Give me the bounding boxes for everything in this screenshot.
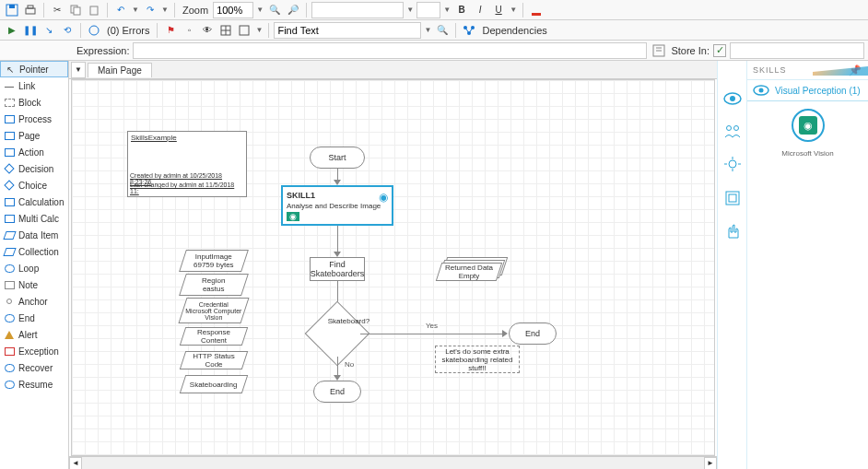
tool-palette: ↖Pointer —Link Block Process Page Action…	[0, 61, 69, 469]
palette-decision[interactable]: Decision	[0, 160, 68, 177]
zoom-in-icon[interactable]: 🔎	[285, 2, 301, 18]
store-in-input[interactable]	[730, 42, 864, 59]
process-icon	[4, 113, 15, 124]
svg-rect-2	[26, 8, 35, 14]
grid-icon[interactable]	[217, 22, 234, 39]
hand-icon[interactable]	[722, 221, 743, 241]
layout-dropdown-icon[interactable]: ▼	[254, 22, 264, 39]
save-icon[interactable]	[4, 2, 20, 18]
step-icon[interactable]: ↘	[41, 22, 57, 39]
svg-point-25	[729, 160, 736, 168]
svg-rect-31	[729, 194, 736, 202]
info-note[interactable]: SkillsExample Created by admin at 10/25/…	[127, 131, 247, 197]
pause-icon[interactable]: ❚❚	[22, 22, 39, 39]
palette-note[interactable]: Note	[0, 276, 68, 293]
visual-perception-row[interactable]: Visual Perception (1)	[747, 79, 868, 101]
decision-stage[interactable]: Skateboard?	[314, 311, 360, 357]
tab-dropdown-icon[interactable]: ▼	[71, 62, 86, 78]
people-icon[interactable]	[722, 122, 743, 142]
print-icon[interactable]	[22, 2, 39, 18]
structure-icon[interactable]	[722, 188, 743, 208]
data-response[interactable]: Response Content	[182, 327, 245, 346]
undo-icon[interactable]: ↶	[112, 2, 129, 18]
paste-icon[interactable]	[86, 2, 102, 18]
data-credential[interactable]: CredentialMicrosoft Computer Vision	[182, 298, 245, 323]
fontsize-dropdown-icon[interactable]: ▼	[442, 2, 452, 18]
end-stage-no[interactable]: End	[313, 381, 361, 403]
zoom-input[interactable]	[213, 2, 253, 18]
palette-alert[interactable]: Alert	[0, 326, 68, 343]
calculation-icon	[4, 196, 15, 207]
palette-block[interactable]: Block	[0, 94, 68, 111]
font-color-icon[interactable]	[528, 2, 545, 18]
font-size-select[interactable]	[416, 2, 440, 18]
palette-collection[interactable]: Collection	[0, 243, 68, 260]
palette-action[interactable]: Action	[0, 144, 68, 160]
data-http[interactable]: HTTP Status Code	[182, 351, 245, 369]
italic-button[interactable]: I	[472, 2, 488, 18]
expression-input[interactable]	[133, 42, 647, 59]
note-changed: Last changed by admin at 11/5/2018 11:	[130, 182, 244, 194]
palette-link[interactable]: —Link	[0, 77, 68, 94]
zoom-dropdown-icon[interactable]: ▼	[255, 2, 264, 18]
play-icon[interactable]: ▶	[4, 22, 20, 39]
watch-icon[interactable]: 👁	[199, 22, 216, 39]
bold-button[interactable]: B	[453, 2, 470, 18]
font-select[interactable]	[311, 2, 404, 18]
palette-end[interactable]: End	[0, 310, 68, 326]
find-icon[interactable]: 🔍	[434, 22, 451, 39]
palette-pointer[interactable]: ↖Pointer	[0, 61, 68, 77]
skill-stage[interactable]: SKILL1 Analyse and Describe Image ◉ ◉	[281, 185, 393, 226]
horizontal-scrollbar[interactable]: ◄ ►	[69, 456, 717, 469]
tab-main-page[interactable]: Main Page	[88, 63, 152, 77]
palette-loop[interactable]: Loop	[0, 260, 68, 276]
dependencies-button[interactable]: Dependencies	[479, 25, 549, 36]
expression-builder-icon[interactable]	[651, 42, 667, 59]
breakpoint-icon[interactable]: ◦	[181, 22, 197, 39]
skill-tile-msvision[interactable]: ◉	[792, 109, 825, 142]
palette-recover[interactable]: Recover	[0, 359, 68, 376]
skill-vendor-icon: ◉	[287, 212, 299, 221]
palette-page[interactable]: Page	[0, 127, 68, 144]
reset-icon[interactable]: ⟲	[59, 22, 76, 39]
palette-process[interactable]: Process	[0, 111, 68, 127]
scroll-left-icon[interactable]: ◄	[69, 457, 82, 470]
perception-icon[interactable]	[722, 88, 743, 109]
find-stage[interactable]: Find Skateboarders	[310, 257, 365, 281]
find-dropdown-icon[interactable]: ▼	[423, 22, 432, 39]
redo-dropdown-icon[interactable]: ▼	[160, 2, 170, 18]
find-text-input[interactable]	[274, 22, 421, 39]
skill-tile-caption: Microsoft Vision	[747, 149, 868, 158]
underline-dropdown-icon[interactable]: ▼	[509, 2, 518, 18]
start-stage[interactable]: Start	[310, 147, 365, 169]
palette-multicalc[interactable]: Multi Calc	[0, 210, 68, 227]
copy-icon[interactable]	[67, 2, 84, 18]
underline-button[interactable]: U	[490, 2, 507, 18]
idea-icon[interactable]	[722, 155, 743, 175]
flowchart-canvas[interactable]: SkillsExample Created by admin at 10/25/…	[72, 80, 714, 455]
redo-icon[interactable]: ↷	[142, 2, 158, 18]
extra-note[interactable]: Let's do some extra skateboarding relate…	[435, 346, 520, 373]
palette-dataitem[interactable]: Data Item	[0, 227, 68, 243]
undo-dropdown-icon[interactable]: ▼	[131, 2, 140, 18]
data-region[interactable]: Regioneastus	[182, 274, 245, 296]
scroll-right-icon[interactable]: ►	[704, 457, 717, 470]
end-stage-yes[interactable]: End	[509, 322, 557, 345]
font-dropdown-icon[interactable]: ▼	[405, 2, 415, 18]
errors-icon[interactable]	[86, 22, 102, 39]
data-skateboarding[interactable]: Skateboarding	[182, 375, 245, 393]
dep-icon[interactable]	[461, 22, 477, 39]
palette-exception[interactable]: Exception	[0, 343, 68, 359]
returned-data-collection[interactable]: Returned Data Empty	[439, 257, 507, 281]
toolbar-main: ✂ ↶ ▼ ↷ ▼ Zoom ▼ 🔍 🔎 ▼ ▼ B I U ▼	[0, 0, 868, 20]
layout-icon[interactable]	[236, 22, 252, 39]
zoom-out-icon[interactable]: 🔍	[266, 2, 283, 18]
palette-calculation[interactable]: Calculation	[0, 193, 68, 210]
flag-icon[interactable]: ⚑	[162, 22, 179, 39]
data-inputimage[interactable]: InputImage69759 bytes	[182, 250, 245, 272]
errors-count[interactable]: (0) Errors	[104, 25, 152, 36]
palette-anchor[interactable]: Anchor	[0, 293, 68, 310]
cut-icon[interactable]: ✂	[49, 2, 65, 18]
palette-resume[interactable]: Resume	[0, 376, 68, 393]
palette-choice[interactable]: Choice	[0, 177, 68, 193]
